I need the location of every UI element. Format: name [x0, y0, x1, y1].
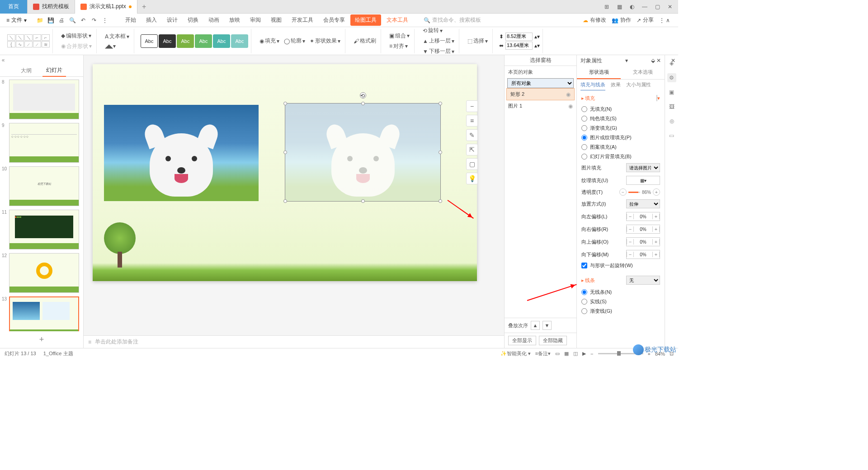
layout-icon[interactable]: ⊞: [601, 1, 612, 12]
dog-image-left[interactable]: [104, 105, 259, 201]
fill-picture-radio[interactable]: [581, 135, 587, 141]
collab-button[interactable]: 👥协作: [612, 16, 631, 24]
height-input[interactable]: [505, 33, 533, 41]
object-item-pic[interactable]: 图片 1◉: [505, 100, 576, 112]
outline-button[interactable]: ◯轮廓▾: [282, 36, 307, 46]
float-bulb-icon[interactable]: 💡: [466, 173, 478, 184]
show-all-button[interactable]: 全部显示: [508, 336, 536, 345]
move-up-button[interactable]: ▲: [531, 321, 540, 330]
rotate-with-shape-check[interactable]: [581, 263, 587, 268]
float-pen-icon[interactable]: ✎: [466, 129, 478, 141]
ribbon-slideshow[interactable]: 放映: [225, 14, 245, 26]
close-pane-icon[interactable]: ✕: [671, 57, 675, 64]
merge-shape-button[interactable]: ◉合并形状▾: [59, 42, 94, 51]
undo-icon[interactable]: ↶: [78, 15, 88, 25]
ribbon-design[interactable]: 设计: [162, 14, 182, 26]
ribbon-developer[interactable]: 开发工具: [287, 14, 318, 26]
resize-handle-e[interactable]: [439, 150, 442, 154]
ribbon-member[interactable]: 会员专享: [319, 14, 349, 26]
slide-canvas[interactable]: ⟲: [93, 64, 477, 281]
share-button[interactable]: ↗分享: [637, 16, 654, 24]
ribbon-animation[interactable]: 动画: [204, 14, 224, 26]
shape-gallery[interactable]: ＼＼＼⌐⌐ {∿⟋⟋≋: [7, 34, 50, 47]
eye-icon[interactable]: ◉: [566, 91, 571, 98]
align-button[interactable]: ≡对齐▾: [387, 42, 411, 51]
subtab-size[interactable]: 大小与属性: [626, 81, 651, 90]
float-layers-icon[interactable]: ≡: [466, 115, 478, 127]
line-solid-radio[interactable]: [581, 299, 587, 305]
effect-button[interactable]: ✦形状效果▾: [308, 36, 342, 46]
collapse-outline[interactable]: «: [0, 55, 6, 65]
ribbon-start[interactable]: 开始: [121, 14, 141, 26]
side-book-icon[interactable]: ▭: [667, 131, 676, 140]
objects-filter-select[interactable]: 所有对象: [507, 78, 574, 88]
rotate-handle[interactable]: ⟲: [360, 92, 366, 99]
new-tab-button[interactable]: +: [137, 3, 151, 11]
fill-solid-radio[interactable]: [581, 116, 587, 122]
tab-document[interactable]: 演示文稿1.pptx: [75, 0, 137, 14]
fill-preview[interactable]: [656, 95, 657, 101]
width-input[interactable]: [505, 42, 533, 50]
subtab-fill-line[interactable]: 填充与线条: [580, 81, 605, 90]
more-qat-icon[interactable]: ⋮: [100, 15, 110, 25]
slide-thumb-8[interactable]: 8: [3, 80, 80, 119]
ribbon-text[interactable]: 文本工具: [382, 14, 413, 26]
side-target-icon[interactable]: ◎: [667, 117, 676, 126]
close-props-icon[interactable]: ✕: [656, 57, 661, 64]
side-image-icon[interactable]: 🖼: [667, 102, 676, 111]
slides-tab[interactable]: 幻灯片: [42, 65, 66, 77]
style-preset-3[interactable]: Abc: [177, 34, 194, 48]
float-export-icon[interactable]: ⇱: [466, 144, 478, 155]
view-reading-icon[interactable]: ◫: [573, 351, 578, 357]
slide-thumb-11[interactable]: 11■■■■: [3, 210, 80, 249]
fill-slidebg-radio[interactable]: [581, 154, 587, 160]
line-gradient-radio[interactable]: [581, 308, 587, 314]
style-preset-1[interactable]: Abc: [141, 34, 158, 48]
hide-all-button[interactable]: 全部隐藏: [539, 336, 567, 345]
zoom-out-button[interactable]: −: [590, 351, 593, 357]
add-slide-button[interactable]: +: [0, 331, 83, 348]
notes-placeholder[interactable]: 单击此处添加备注: [95, 338, 138, 346]
ribbon-insert[interactable]: 插入: [142, 14, 161, 26]
move-down-button[interactable]: ▼: [542, 321, 552, 330]
offset-b-spinner[interactable]: −0%+: [626, 250, 660, 259]
print-icon[interactable]: 🖨: [57, 15, 66, 25]
user-icon[interactable]: ◐: [627, 1, 637, 12]
offset-l-spinner[interactable]: −0%+: [626, 212, 660, 221]
offset-r-spinner[interactable]: −0%+: [626, 225, 660, 234]
fill-gradient-radio[interactable]: [581, 125, 587, 131]
resize-handle-ne[interactable]: [439, 102, 442, 105]
close-button[interactable]: ✕: [665, 1, 675, 12]
forward-button[interactable]: ▲上移一层▾: [421, 36, 456, 46]
text-effects[interactable]: ◢◣▾: [103, 42, 118, 50]
tab-home[interactable]: 首页: [0, 0, 28, 14]
line-preset-select[interactable]: 无: [626, 276, 660, 285]
resize-handle-sw[interactable]: [283, 199, 287, 203]
resize-handle-n[interactable]: [361, 102, 365, 105]
maximize-button[interactable]: ▢: [652, 1, 663, 12]
save-icon[interactable]: 💾: [46, 15, 56, 25]
pending-changes[interactable]: ☁有修改: [583, 16, 606, 24]
more-menu[interactable]: ⋮ ∧: [659, 17, 670, 24]
selected-rectangle[interactable]: ⟲: [285, 103, 441, 202]
slide-thumb-9[interactable]: 9◇ ◇ ◇ ◇ ◇ ◇: [3, 123, 80, 163]
textbox-button[interactable]: 𝖠 文本框▾: [103, 32, 131, 41]
line-none-radio[interactable]: [581, 289, 587, 295]
texture-select[interactable]: ▦▾: [626, 176, 660, 185]
select-button[interactable]: ⬚选择▾: [466, 36, 490, 46]
resize-handle-w[interactable]: [283, 150, 287, 154]
slide-thumb-13[interactable]: 13: [3, 296, 80, 331]
redo-icon[interactable]: ↷: [89, 15, 99, 25]
notes-toggle[interactable]: ≡备注▾: [535, 350, 551, 357]
style-preset-2[interactable]: Abc: [159, 34, 176, 48]
fill-button[interactable]: ◉填充▾: [258, 36, 281, 46]
slide-thumb-12[interactable]: 12: [3, 253, 80, 293]
opacity-minus[interactable]: −: [619, 188, 627, 196]
float-border-icon[interactable]: ▢: [466, 158, 478, 170]
style-preset-6[interactable]: Abc: [231, 34, 248, 48]
grid-icon[interactable]: ▦: [614, 1, 625, 12]
object-item-rect[interactable]: 矩形 2◉: [506, 88, 575, 100]
fill-none-radio[interactable]: [581, 106, 587, 112]
tile-select[interactable]: 拉伸: [626, 199, 660, 208]
tab-template[interactable]: 找稻壳模板: [28, 0, 75, 14]
